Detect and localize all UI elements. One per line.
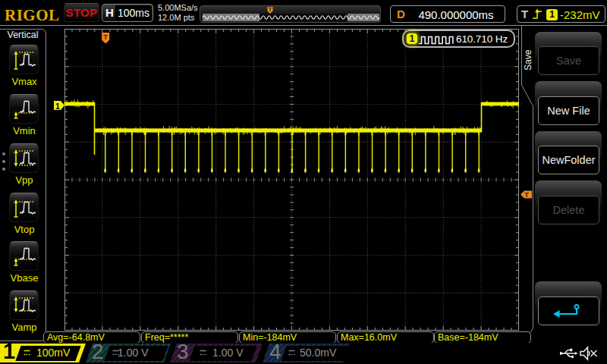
svg-text:T: T [103,33,108,41]
svg-text:1: 1 [55,102,60,111]
